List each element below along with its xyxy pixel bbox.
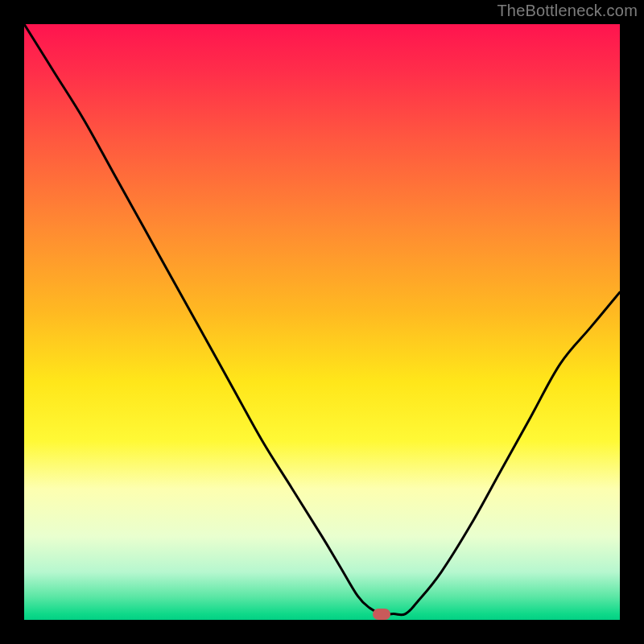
minimum-marker xyxy=(373,609,390,620)
watermark-text: TheBottleneck.com xyxy=(497,2,638,20)
chart-frame: TheBottleneck.com xyxy=(0,0,644,644)
plot-area xyxy=(24,24,620,620)
bottleneck-curve xyxy=(24,24,620,620)
